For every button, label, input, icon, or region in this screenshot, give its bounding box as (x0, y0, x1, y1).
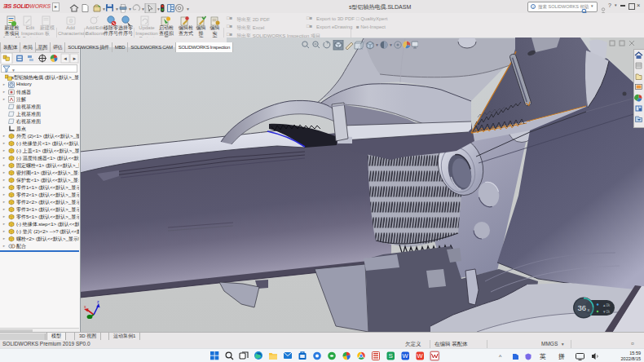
svg-text:x: x (588, 307, 590, 312)
svg-text:▼0k: ▼0k (602, 310, 611, 314)
svg-text:36: 36 (578, 303, 587, 312)
svg-text:W: W (417, 352, 424, 360)
svg-text:►: ► (73, 56, 77, 61)
svg-text:▼: ▼ (375, 42, 379, 47)
svg-text:▼: ▼ (115, 7, 119, 11)
svg-text:▼: ▼ (389, 42, 393, 47)
svg-text:▼: ▼ (102, 7, 106, 11)
svg-text:▲0k: ▲0k (602, 303, 611, 307)
svg-text:▼: ▼ (141, 7, 145, 11)
svg-text:⚙: ⚙ (68, 18, 73, 24)
svg-text:◄: ◄ (63, 56, 68, 61)
svg-text:▼: ▼ (186, 7, 190, 11)
svg-text:▼: ▼ (157, 7, 161, 11)
svg-text:S: S (389, 352, 393, 360)
svg-text:▼: ▼ (128, 7, 132, 11)
svg-text:W: W (403, 352, 409, 360)
